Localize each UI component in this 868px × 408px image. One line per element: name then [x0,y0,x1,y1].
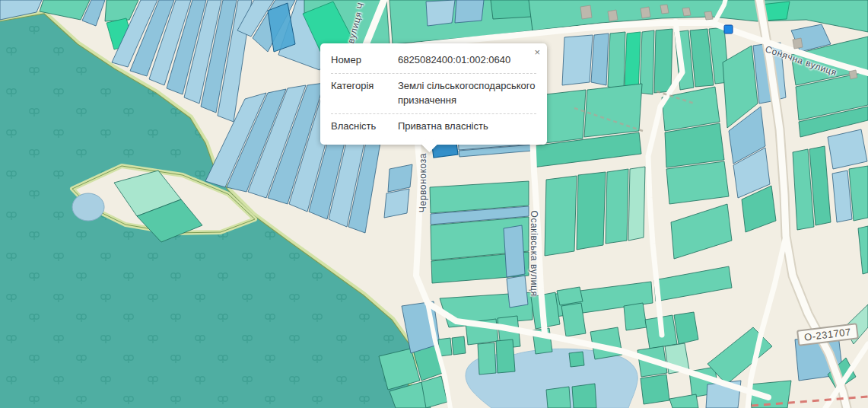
popup-label: Категорія [331,79,393,108]
cadastral-map-page: { "popup": { "close_label": "×", "rows":… [0,0,868,408]
popup-row-number: Номер 6825082400:01:002:0640 [331,48,536,73]
popup-label: Номер [331,53,393,68]
popup-row-category: Категорія Землі сільськогосподарського п… [331,73,536,113]
bus-stop-marker-icon[interactable] [724,25,733,33]
popup-row-ownership: Власність Приватна власність [331,113,536,139]
parcel-info-popup: × Номер 6825082400:01:002:0640 Категорія… [320,43,547,145]
close-icon[interactable]: × [534,47,540,57]
parcel-ownership-value: Приватна власність [398,120,536,134]
popup-label: Власність [331,120,393,134]
parcel-number-value: 6825082400:01:002:0640 [398,53,536,68]
parcel-category-value: Землі сільськогосподарського призначення [398,79,536,108]
small-pond [72,193,104,221]
